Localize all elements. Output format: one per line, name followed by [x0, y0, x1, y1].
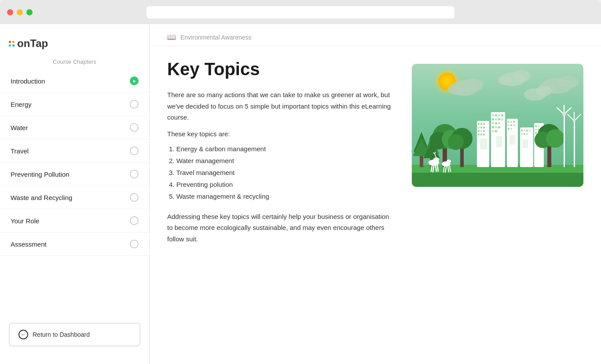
svg-rect-41: [492, 114, 494, 116]
svg-rect-44: [501, 114, 503, 116]
chapter-radio: [130, 240, 139, 248]
minimize-button[interactable]: [17, 9, 23, 15]
svg-rect-63: [510, 124, 512, 126]
svg-rect-46: [495, 118, 497, 120]
chapter-list: IntroductionEnergyWaterTravelPreventing …: [0, 69, 149, 314]
logo-dot-blue: [12, 44, 15, 47]
outro-text: Addressing these key topics will certain…: [167, 211, 394, 245]
svg-line-94: [568, 114, 574, 121]
svg-rect-80: [535, 129, 537, 131]
svg-rect-34: [480, 130, 482, 132]
svg-rect-35: [483, 130, 485, 132]
svg-rect-60: [510, 121, 512, 123]
sidebar-chapter-item-energy[interactable]: Energy: [0, 93, 149, 116]
svg-rect-79: [538, 125, 539, 127]
return-icon: ←: [18, 330, 28, 339]
chapter-label: Waste and Recycling: [11, 194, 72, 201]
sidebar-chapter-item-waste-and-recycling[interactable]: Waste and Recycling: [0, 186, 149, 209]
chapter-radio: [130, 193, 139, 202]
sidebar-chapter-item-introduction[interactable]: Introduction: [0, 69, 149, 93]
svg-rect-48: [501, 118, 503, 120]
breadcrumb: Environmental Awareness: [180, 34, 252, 41]
svg-rect-56: [495, 130, 497, 132]
sidebar-chapter-item-your-role[interactable]: Your Role: [0, 209, 149, 233]
svg-rect-53: [495, 126, 497, 128]
svg-point-87: [546, 129, 564, 148]
intro-text-1: There are so many actions that we can ta…: [167, 89, 394, 123]
topic-item-2: 2. Water management: [167, 155, 394, 167]
svg-rect-61: [513, 121, 515, 123]
svg-rect-78: [535, 125, 537, 127]
sidebar: onTap Course Chapters IntroductionEnergy…: [0, 24, 150, 364]
chapter-label: Introduction: [11, 77, 45, 85]
svg-rect-88: [564, 114, 565, 167]
svg-rect-37: [480, 134, 482, 135]
svg-point-25: [448, 134, 464, 150]
svg-rect-71: [526, 130, 528, 131]
svg-rect-66: [510, 128, 512, 130]
sidebar-chapter-item-assessment[interactable]: Assessment: [0, 233, 149, 256]
main-content: 📖 Environmental Awareness Key Topics The…: [150, 24, 601, 364]
text-section: Key Topics There are so many actions tha…: [167, 59, 394, 351]
content-body: Key Topics There are so many actions tha…: [150, 46, 601, 364]
sidebar-chapter-item-preventing-pollution[interactable]: Preventing Pollution: [0, 163, 149, 186]
chapter-radio: [130, 170, 139, 178]
topic-item-4: 4. Preventing polution: [167, 178, 394, 190]
chapter-radio: [130, 76, 139, 85]
chapter-radio: [130, 216, 139, 225]
svg-rect-33: [478, 130, 480, 132]
logo-dot-yellow: [12, 41, 15, 43]
svg-rect-39: [480, 138, 487, 149]
svg-rect-28: [480, 123, 482, 125]
return-btn-label: Return to Dashboard: [33, 331, 90, 338]
svg-rect-65: [508, 128, 509, 130]
svg-rect-72: [529, 130, 531, 131]
svg-rect-73: [521, 133, 523, 135]
address-bar[interactable]: [147, 6, 454, 18]
topics-list: 1. Energy & carbon management2. Water ma…: [167, 143, 394, 202]
window-chrome: [0, 0, 601, 24]
svg-rect-32: [483, 127, 485, 128]
svg-rect-30: [478, 127, 480, 128]
svg-point-108: [447, 160, 451, 163]
logo-area: onTap: [0, 24, 149, 58]
logo-text: onTap: [17, 37, 48, 50]
app-container: onTap Course Chapters IntroductionEnergy…: [0, 24, 601, 364]
close-button[interactable]: [7, 9, 13, 15]
svg-rect-27: [478, 123, 480, 125]
topic-item-5: 5. Waste management & recycling: [167, 190, 394, 202]
svg-rect-38: [483, 134, 485, 135]
content-header: 📖 Environmental Awareness: [150, 24, 601, 46]
svg-rect-43: [498, 114, 500, 116]
svg-rect-64: [513, 124, 515, 126]
svg-rect-62: [508, 124, 509, 126]
svg-rect-67: [509, 135, 515, 145]
course-chapters-label: Course Chapters: [0, 58, 149, 65]
svg-line-95: [574, 114, 581, 121]
sidebar-chapter-item-travel[interactable]: Travel: [0, 139, 149, 163]
maximize-button[interactable]: [26, 9, 33, 15]
svg-rect-70: [524, 130, 525, 131]
chapter-label: Your Role: [11, 217, 39, 225]
svg-rect-57: [496, 136, 502, 147]
svg-point-97: [573, 120, 575, 122]
svg-rect-52: [492, 126, 494, 128]
city-scene-svg: [412, 64, 583, 187]
svg-rect-12: [412, 173, 583, 187]
chapter-label: Assessment: [11, 240, 47, 248]
svg-rect-55: [492, 130, 494, 132]
svg-rect-36: [478, 134, 480, 135]
svg-rect-29: [483, 123, 485, 125]
svg-rect-59: [508, 121, 509, 123]
sidebar-chapter-item-water[interactable]: Water: [0, 116, 149, 139]
logo-dots: [9, 41, 15, 47]
svg-rect-49: [492, 122, 494, 124]
svg-rect-54: [498, 126, 500, 128]
svg-rect-93: [574, 121, 575, 167]
key-topics-label: These key topics are:: [167, 130, 394, 138]
return-to-dashboard-button[interactable]: ← Return to Dashboard: [9, 323, 140, 346]
svg-rect-76: [523, 139, 528, 148]
chapter-radio: [130, 146, 139, 155]
chapter-label: Preventing Pollution: [11, 171, 69, 178]
svg-rect-51: [498, 122, 500, 124]
